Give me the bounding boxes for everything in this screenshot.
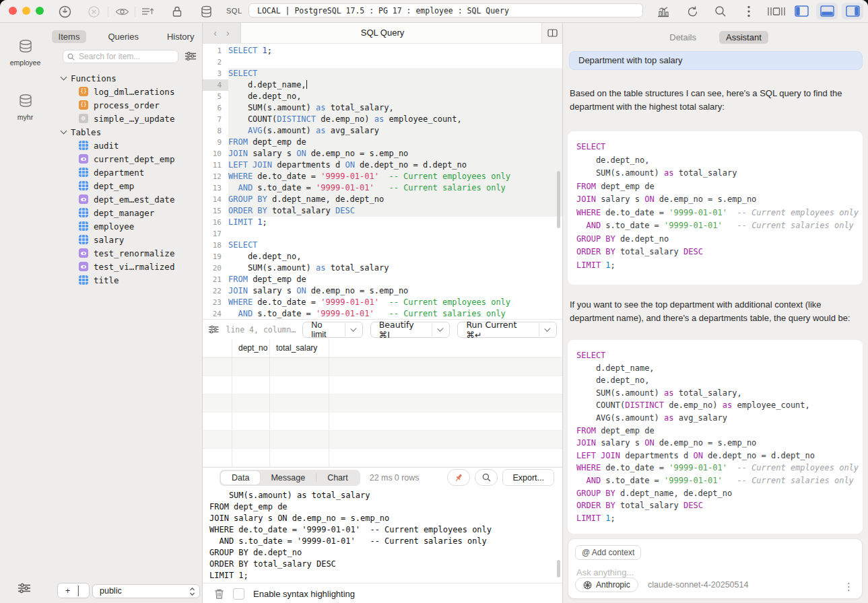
result-cell[interactable] [232, 431, 270, 448]
result-cell[interactable] [203, 413, 232, 430]
sidebar-item-current_dept_emp[interactable]: current_dept_emp [51, 152, 202, 166]
provider-selector[interactable]: Anthropic [575, 577, 638, 592]
pin-result-button[interactable] [447, 469, 470, 486]
tree-section-tables[interactable]: Tables [51, 125, 202, 139]
tab-data[interactable]: Data [221, 471, 260, 485]
line-number[interactable]: 8 [203, 125, 228, 137]
editor-line[interactable]: 7 COUNT(DISTINCT de.emp_no) as employee_… [203, 114, 562, 125]
editor-line[interactable]: 22JOIN salary s ON de.emp_no = s.emp_no [203, 285, 562, 297]
connect-icon[interactable] [57, 3, 73, 20]
tree-section-functions[interactable]: Functions [51, 71, 202, 85]
line-content[interactable]: SELECT 1; [228, 45, 562, 57]
sidebar-item-department[interactable]: department [51, 166, 202, 179]
beautify-button[interactable]: Beautify ⌘I [370, 322, 450, 338]
line-number[interactable]: 24 [203, 308, 228, 319]
result-cell[interactable] [270, 413, 329, 430]
result-cell[interactable] [203, 449, 232, 466]
editor-line[interactable]: 23WHERE de.to_date = '9999-01-01' -- Cur… [203, 297, 562, 308]
more-options-icon[interactable] [741, 3, 757, 20]
line-number[interactable]: 18 [203, 240, 228, 251]
composer-menu-icon[interactable]: ⋮ [844, 581, 854, 593]
line-number[interactable]: 3 [203, 68, 228, 79]
editor-line[interactable]: 9FROM dept_emp de [203, 137, 562, 148]
zoom-window-button[interactable] [36, 7, 44, 15]
tab-assistant[interactable]: Assistant [719, 31, 768, 44]
result-cell[interactable] [232, 413, 270, 430]
editor-line[interactable]: 2 [203, 57, 562, 68]
line-number[interactable]: 21 [203, 274, 228, 285]
editor-line[interactable]: 15ORDER BY total_salary DESC [203, 205, 562, 217]
editor-line[interactable]: 13 AND s.to_date = '9999-01-01' -- Curre… [203, 182, 562, 194]
sidebar-filter-icon[interactable] [185, 51, 197, 64]
editor-line[interactable]: 5 de.dept_no, [203, 91, 562, 102]
syntax-highlighting-checkbox[interactable] [233, 588, 244, 600]
assistant-composer[interactable]: @ Add context Ask anything... Anthropic … [568, 538, 863, 599]
result-cell[interactable] [270, 431, 329, 448]
line-content[interactable] [228, 57, 562, 68]
sidebar-item-process_order[interactable]: {}process_order [51, 98, 202, 112]
result-cell[interactable] [203, 376, 232, 394]
sidebar-item-test_renormalize[interactable]: test_renormalize [51, 246, 202, 260]
line-number[interactable]: 15 [203, 205, 228, 217]
editor-settings-icon[interactable] [208, 325, 220, 334]
line-number[interactable]: 12 [203, 171, 228, 182]
line-content[interactable]: LEFT JOIN departments d ON de.dept_no = … [228, 159, 562, 171]
line-number[interactable]: 1 [203, 45, 228, 57]
tab-chart[interactable]: Chart [316, 471, 359, 485]
result-row[interactable] [203, 358, 562, 376]
line-number[interactable]: 19 [203, 251, 228, 262]
result-row[interactable] [203, 449, 562, 467]
result-row[interactable] [203, 413, 562, 431]
result-row[interactable] [203, 376, 562, 394]
line-content[interactable]: SELECT [228, 68, 562, 79]
sidebar-item-audit[interactable]: audit [51, 139, 202, 152]
editor-line[interactable]: 8 AVG(s.amount) as avg_salary [203, 125, 562, 137]
add-context-chip[interactable]: @ Add context [575, 545, 641, 560]
result-cell[interactable] [270, 394, 329, 412]
editor-line[interactable]: 10JOIN salary s ON de.emp_no = s.emp_no [203, 148, 562, 159]
composer-placeholder[interactable]: Ask anything... [576, 567, 634, 577]
tab-history[interactable]: History [160, 30, 201, 43]
editor-line[interactable]: 16LIMIT 1; [203, 217, 562, 228]
line-number[interactable]: 17 [203, 228, 228, 240]
preview-eye-icon[interactable] [114, 3, 130, 20]
result-cell[interactable] [270, 376, 329, 394]
sidebar-item-test_virmalized[interactable]: test_vi…rmalized [51, 260, 202, 273]
line-number[interactable]: 23 [203, 297, 228, 308]
line-content[interactable]: JOIN salary s ON de.emp_no = s.emp_no [228, 285, 562, 297]
assistant-code-block-1[interactable]: SELECT de.dept_no, SUM(s.amount) as tota… [568, 131, 863, 285]
line-number[interactable]: 2 [203, 57, 228, 68]
tab-queries[interactable]: Queries [101, 30, 145, 43]
back-button[interactable]: ‹ [213, 28, 217, 38]
sidebar-item-log_dmlerations[interactable]: {}log_dml…erations [51, 85, 202, 98]
row-number-column-header[interactable] [203, 339, 232, 357]
editor-line[interactable]: 4 d.dept_name, [203, 79, 562, 91]
toggle-bottom-panel-button[interactable] [816, 3, 838, 20]
lock-icon[interactable] [169, 3, 185, 20]
export-button[interactable]: Export... [502, 469, 554, 486]
connection-myhr[interactable]: myhr [0, 94, 51, 121]
sidebar-item-dept_emest_date[interactable]: dept_em…est_date [51, 192, 202, 206]
result-cell[interactable] [232, 394, 270, 412]
result-cell[interactable] [232, 376, 270, 394]
sql-editor[interactable]: 1SELECT 1;23SELECT4 d.dept_name,5 de.dep… [203, 43, 562, 319]
row-limit-button[interactable]: No limit [302, 322, 362, 338]
tab-details[interactable]: Details [663, 31, 703, 44]
line-number[interactable]: 6 [203, 102, 228, 114]
line-number[interactable]: 22 [203, 285, 228, 297]
result-cell[interactable] [329, 449, 562, 466]
result-cell[interactable] [270, 358, 329, 376]
close-window-button[interactable] [9, 7, 17, 15]
line-content[interactable]: de.dept_no, [228, 91, 562, 102]
minimize-window-button[interactable] [22, 7, 30, 15]
line-content[interactable]: ORDER BY total_salary DESC [228, 205, 562, 217]
run-current-button[interactable]: Run Current ⌘↵ [457, 322, 557, 338]
line-content[interactable]: FROM dept_emp de [228, 274, 562, 285]
column-header-total-salary[interactable]: total_salary [270, 339, 329, 357]
column-header-dept-no[interactable]: dept_no [232, 339, 270, 357]
filter-settings-icon[interactable] [18, 583, 31, 596]
connection-title[interactable]: LOCAL | PostgreSQL 17.5 : PG 17 : employ… [248, 3, 643, 17]
result-cell[interactable] [232, 358, 270, 376]
item-search-box[interactable] [63, 50, 178, 63]
line-content[interactable]: GROUP BY d.dept_name, de.dept_no [228, 194, 562, 205]
